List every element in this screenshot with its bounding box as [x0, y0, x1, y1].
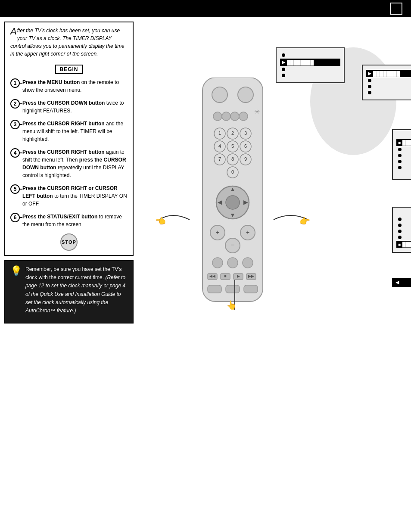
timer-display-bar: ◀ ████████████ ▶	[392, 278, 411, 287]
svg-point-6	[230, 112, 239, 121]
menu-screen-4: ▲ ■ ███████ ◀▶	[392, 207, 411, 253]
svg-point-2	[238, 87, 253, 103]
step-4-number: 4	[10, 148, 20, 158]
begin-badge: BEGIN	[55, 65, 82, 74]
svg-text:+: +	[216, 229, 219, 236]
remote-control: ✳ 1 2 3	[190, 78, 276, 337]
top-bar	[0, 0, 411, 17]
menu-screen-2: ▶ ████████	[362, 65, 411, 100]
step-6: 6 Press the STATUS/EXIT button to remove…	[10, 213, 128, 228]
menu4-item4	[396, 235, 411, 240]
svg-point-4	[213, 112, 222, 121]
menu1-item2-highlighted: ▶ ████████	[280, 59, 340, 66]
svg-text:▼: ▼	[230, 212, 236, 218]
svg-text:6: 6	[244, 143, 247, 149]
menu1-item4	[280, 73, 340, 78]
main-content: A fter the TV's clock has been set, you …	[0, 17, 411, 414]
tip-remember-text: Remember, be sure you have set the TV's …	[25, 265, 128, 315]
step-2-text: Press the CURSOR DOWN button twice to hi…	[22, 99, 128, 115]
menu-screen-1: ▶ ████████	[276, 47, 345, 83]
svg-text:4: 4	[218, 143, 221, 149]
menu3-item1-highlighted: ■ ███████ ▶	[396, 139, 411, 146]
svg-text:5: 5	[231, 143, 234, 149]
menu3-item5	[396, 165, 411, 170]
step-5-text: Press the CURSOR RIGHT or CURSOR LEFT bu…	[22, 184, 128, 208]
intro-text: A fter the TV's clock has been set, you …	[10, 27, 128, 58]
menu1-item3	[280, 67, 340, 72]
svg-text:👈: 👈	[155, 216, 166, 226]
tip-header: 💡 Remember, be sure you have set the TV'…	[10, 265, 128, 315]
right-panel: ▶ ████████ ▶ ████████ ▲ ■ ███████ ▶ ▼ ▲	[138, 22, 407, 409]
svg-text:▲: ▲	[230, 186, 236, 193]
stop-badge: STOP	[10, 233, 128, 251]
menu2-item3	[366, 84, 411, 89]
instruction-box: A fter the TV's clock has been set, you …	[4, 22, 134, 256]
step-5-number: 5	[10, 184, 20, 194]
svg-point-40	[212, 258, 223, 268]
svg-point-29	[226, 196, 240, 209]
left-panel: A fter the TV's clock has been set, you …	[4, 22, 134, 409]
step-6-number: 6	[10, 213, 20, 222]
step-1: 1 Press the MENU button on the remote to…	[10, 78, 128, 94]
step-4: 4 Press the CURSOR RIGHT button again to…	[10, 148, 128, 179]
step-3-number: 3	[10, 120, 20, 129]
svg-text:1: 1	[218, 131, 221, 136]
menu3-item4	[396, 159, 411, 164]
menu4-item1	[396, 217, 411, 222]
large-letter-A: A	[10, 27, 17, 36]
svg-text:8: 8	[231, 156, 234, 162]
step-6-text: Press the STATUS/EXIT button to remove t…	[22, 213, 128, 228]
step-2: 2 Press the CURSOR DOWN button twice to …	[10, 99, 128, 115]
step-1-number: 1	[10, 78, 20, 88]
svg-point-41	[227, 258, 238, 268]
step-5: 5 Press the CURSOR RIGHT or CURSOR LEFT …	[10, 184, 128, 208]
svg-text:👆: 👆	[226, 300, 237, 310]
step-2-number: 2	[10, 99, 20, 109]
step-3-text: Press the CURSOR RIGHT button and the me…	[22, 120, 128, 143]
stop-circle: STOP	[60, 233, 78, 251]
step-1-text: Press the MENU button on the remote to s…	[22, 78, 128, 94]
svg-point-5	[222, 112, 230, 121]
svg-text:−: −	[230, 241, 234, 249]
svg-point-42	[243, 258, 253, 268]
tip-box: 💡 Remember, be sure you have set the TV'…	[4, 260, 134, 324]
svg-text:7: 7	[218, 156, 221, 162]
step-3: 3 Press the CURSOR RIGHT button and the …	[10, 120, 128, 143]
svg-text:2: 2	[231, 131, 234, 136]
menu2-item4	[366, 90, 411, 95]
svg-point-1	[212, 87, 227, 103]
menu4-item5-highlighted: ■ ███████ ◀▶	[396, 241, 411, 248]
menu2-item2	[366, 78, 411, 83]
menu4-item2	[396, 223, 411, 228]
intro-body: fter the TV's clock has been set, you ca…	[10, 28, 125, 57]
menu3-item2	[396, 147, 411, 152]
bulb-icon: 💡	[10, 265, 22, 277]
svg-text:◀: ◀	[218, 199, 222, 205]
menu1-item1	[280, 53, 340, 58]
timer-arrow-left: ◀	[395, 280, 399, 285]
menu4-item3	[396, 229, 411, 234]
svg-text:👉: 👉	[299, 216, 310, 226]
page-number-box	[390, 3, 402, 15]
svg-text:9: 9	[244, 156, 247, 162]
svg-text:0: 0	[231, 169, 234, 174]
svg-text:3: 3	[244, 131, 247, 136]
step-4-text: Press the CURSOR RIGHT button again to s…	[22, 148, 128, 179]
menu2-item1-highlighted: ▶ ████████	[366, 70, 411, 77]
svg-point-7	[239, 112, 248, 121]
svg-text:+: +	[246, 229, 249, 236]
svg-text:▶: ▶	[243, 199, 248, 205]
menu-screen-3: ▲ ■ ███████ ▶ ▼	[392, 129, 411, 180]
svg-text:✳: ✳	[254, 108, 260, 115]
menu3-item3	[396, 153, 411, 158]
